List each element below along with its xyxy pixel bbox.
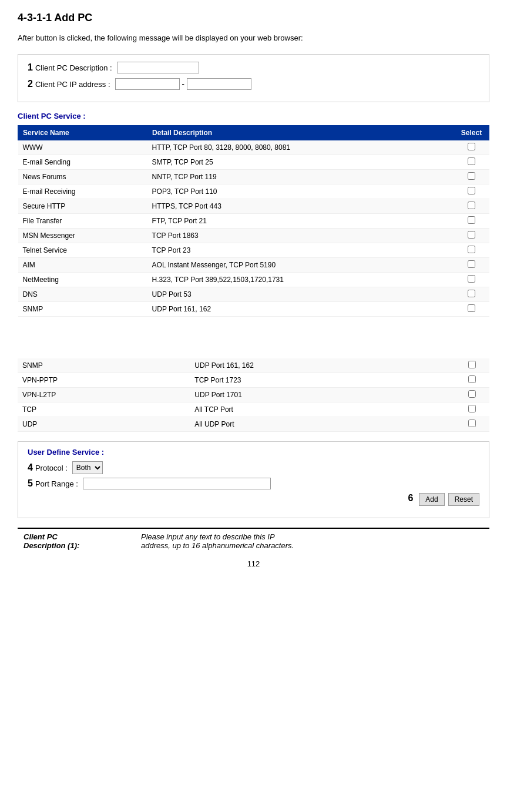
service-select-cell [454,402,489,417]
service-name: Telnet Service [18,243,147,258]
service-table-continued: SNMP UDP Port 161, 162 VPN-PPTP TCP Port… [18,358,489,432]
service-checkbox[interactable] [468,187,475,194]
service-checkbox[interactable] [468,143,475,150]
service-row: E-mail Receiving POP3, TCP Port 110 [18,184,489,199]
user-define-title: User Define Service : [28,448,479,457]
service-select-cell [454,388,489,402]
service-checkbox[interactable] [468,172,475,180]
service-checkbox[interactable] [468,202,475,209]
ip-address-end[interactable] [187,78,251,90]
service-checkbox[interactable] [468,390,476,398]
service-detail: AOL Instant Messenger, TCP Port 5190 [147,258,454,273]
service-detail: UDP Port 161, 162 [190,358,454,373]
service-name: WWW [18,140,147,155]
service-row: DNS UDP Port 53 [18,287,489,302]
ip-address-start[interactable] [115,78,180,90]
service-name: E-mail Receiving [18,184,147,199]
service-checkbox[interactable] [468,231,475,239]
service-select-cell [454,273,489,287]
add-button[interactable]: Add [419,493,444,506]
user-define-section: User Define Service : 4 Protocol : BothT… [18,441,489,518]
description-row: 1 Client PC Description : [28,62,479,73]
service-select-cell [454,243,489,258]
service-select-cell [454,229,489,243]
service-checkbox[interactable] [468,405,476,412]
service-row-continued: SNMP UDP Port 161, 162 [18,358,489,373]
protocol-select[interactable]: BothTCPUDP [72,461,103,474]
service-checkbox[interactable] [468,157,475,165]
service-detail: TCP Port 1863 [147,229,454,243]
service-detail: UDP Port 1701 [190,388,454,402]
service-detail: SMTP, TCP Port 25 [147,155,454,170]
step2-number: 2 [28,79,33,89]
service-select-cell [454,199,489,214]
description-input[interactable] [117,62,199,73]
form-section: 1 Client PC Description : 2 Client PC IP… [18,54,489,102]
step1-number: 1 [28,62,33,73]
help-term: Client PCDescription (1): [18,528,135,553]
port-range-input[interactable] [83,478,271,489]
help-table: Client PCDescription (1): Please input a… [18,528,489,553]
service-select-cell [454,140,489,155]
service-checkbox[interactable] [468,361,476,368]
step6-number: 6 [408,493,413,506]
service-checkbox[interactable] [468,375,476,383]
service-checkbox[interactable] [468,216,475,224]
service-name: News Forums [18,170,147,184]
service-name: UDP [18,417,190,432]
service-name: VPN-L2TP [18,388,190,402]
service-row: Secure HTTP HTTPS, TCP Port 443 [18,199,489,214]
ip-separator: - [182,80,184,89]
service-row: File Transfer FTP, TCP Port 21 [18,214,489,229]
service-detail: NNTP, TCP Port 119 [147,170,454,184]
page-number: 112 [18,559,489,568]
col-header-service: Service Name [18,126,147,140]
service-checkbox[interactable] [468,420,476,427]
service-name: Secure HTTP [18,199,147,214]
service-row: News Forums NNTP, TCP Port 119 [18,170,489,184]
service-name: VPN-PPTP [18,373,190,388]
service-name: SNMP [18,302,147,317]
service-checkbox[interactable] [468,246,475,253]
protocol-row: 4 Protocol : BothTCPUDP [28,461,479,474]
service-detail: All TCP Port [190,402,454,417]
service-name: TCP [18,402,190,417]
service-select-cell [454,214,489,229]
step4-number: 4 [28,462,33,473]
service-name: MSN Messenger [18,229,147,243]
service-select-cell [454,358,489,373]
service-checkbox[interactable] [468,275,475,283]
service-checkbox[interactable] [468,290,475,297]
service-select-cell [454,373,489,388]
service-detail: UDP Port 161, 162 [147,302,454,317]
reset-button[interactable]: Reset [448,493,479,506]
service-row: WWW HTTP, TCP Port 80, 3128, 8000, 8080,… [18,140,489,155]
service-row: SNMP UDP Port 161, 162 [18,302,489,317]
service-name: DNS [18,287,147,302]
service-name: NetMeeting [18,273,147,287]
service-select-cell [454,417,489,432]
col-header-detail: Detail Description [147,126,454,140]
service-table: Service Name Detail Description Select W… [18,125,489,317]
help-desc: Please input any text to describe this I… [135,528,489,553]
service-detail: H.323, TCP Port 389,522,1503,1720,1731 [147,273,454,287]
service-row-continued: VPN-PPTP TCP Port 1723 [18,373,489,388]
intro-text: After button is clicked, the following m… [18,33,489,42]
service-detail: UDP Port 53 [147,287,454,302]
service-row: AIM AOL Instant Messenger, TCP Port 5190 [18,258,489,273]
service-row: NetMeeting H.323, TCP Port 389,522,1503,… [18,273,489,287]
service-select-cell [454,170,489,184]
service-detail: HTTPS, TCP Port 443 [147,199,454,214]
service-detail: HTTP, TCP Port 80, 3128, 8000, 8080, 808… [147,140,454,155]
service-checkbox[interactable] [468,260,475,268]
service-row: MSN Messenger TCP Port 1863 [18,229,489,243]
button-row: 6 Add Reset [28,493,479,506]
service-detail: All UDP Port [190,417,454,432]
service-row-continued: TCP All TCP Port [18,402,489,417]
service-select-cell [454,155,489,170]
service-row-continued: VPN-L2TP UDP Port 1701 [18,388,489,402]
service-checkbox[interactable] [468,304,475,312]
service-name: SNMP [18,358,190,373]
service-detail: FTP, TCP Port 21 [147,214,454,229]
page-title: 4-3-1-1 Add PC [18,12,489,24]
